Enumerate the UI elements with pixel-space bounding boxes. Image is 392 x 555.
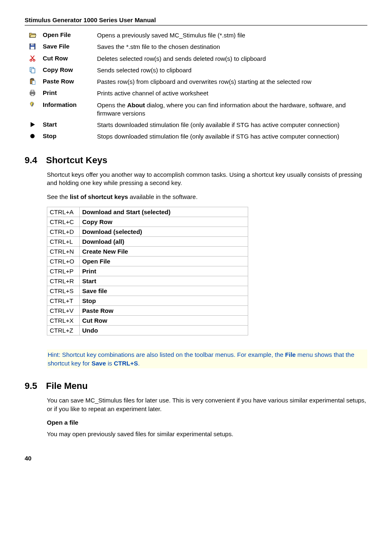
paragraph: You may open previously saved files for … [47,430,367,438]
paste-icon [27,78,38,85]
table-row: CTRL+SSave file [47,286,248,296]
toolbar-desc: Sends selected row(s) to clipboard [95,65,367,76]
table-row: CTRL+PPrint [47,266,248,276]
table-row: Save File Saves the *.stm file to the ch… [25,41,367,53]
svg-rect-1 [31,44,34,46]
shortcut-action: Paste Row [80,306,248,316]
shortcut-action: Save file [80,286,248,296]
svg-rect-14 [31,90,34,92]
svg-rect-11 [31,79,33,80]
shortcut-action: Open File [80,257,248,266]
toolbar-label: Open File [40,30,95,41]
start-icon [27,121,38,128]
paragraph: Shortcut keys offer you another way to a… [47,171,367,187]
toolbar-label: Stop [40,131,95,142]
shortcut-key: CTRL+R [47,276,80,286]
cut-icon [27,55,38,62]
sub-heading: Open a file [47,419,367,426]
toolbar-desc: Opens a previously saved MC_Stimulus fil… [95,30,367,41]
shortcut-action: Download and Start (selected) [80,207,248,217]
table-row: Information Opens the About dialog, wher… [25,99,367,120]
shortcut-key: CTRL+D [47,227,80,237]
toolbar-label: Save File [40,41,95,53]
header-rule [25,25,367,25]
shortcut-action: Download (selected) [80,227,248,237]
shortcut-key: CTRL+C [47,217,80,227]
toolbar-label: Cut Row [40,53,95,65]
save-icon [27,43,38,50]
print-icon [27,89,38,97]
copy-icon [27,66,38,74]
table-row: Open File Opens a previously saved MC_St… [25,30,367,41]
svg-rect-15 [31,94,34,96]
svg-point-16 [32,103,33,104]
paragraph: See the list of shortcut keys available … [47,193,367,201]
svg-point-18 [30,134,35,139]
section-heading-shortcut-keys: 9.4 Shortcut Keys [25,155,367,166]
shortcut-key: CTRL+S [47,286,80,296]
shortcut-key: CTRL+V [47,306,80,316]
table-row: CTRL+XCut Row [47,316,248,326]
shortcut-key: CTRL+Z [47,326,80,335]
toolbar-label: Start [40,119,95,131]
toolbar-label: Copy Row [40,65,95,76]
shortcut-action: Copy Row [80,217,248,227]
shortcut-action: Download (all) [80,237,248,247]
toolbar-description-table: Open File Opens a previously saved MC_St… [25,30,367,143]
page-number: 40 [25,455,367,462]
stop-icon [27,132,38,140]
shortcut-action: Cut Row [80,316,248,326]
shortcut-action: Start [80,276,248,286]
hint-box: Hint: Shortcut key combinations are also… [47,349,367,368]
shortcut-key: CTRL+A [47,207,80,217]
table-row: Stop Stops downloaded stimulation file (… [25,131,367,142]
toolbar-desc: Saves the *.stm file to the chosen desti… [95,41,367,53]
paragraph: You can save MC_Stimulus files for later… [47,396,367,413]
table-row: CTRL+OOpen File [47,257,248,266]
open-icon [27,31,38,39]
table-row: Copy Row Sends selected row(s) to clipbo… [25,65,367,76]
table-row: Start Starts downloaded stimulation file… [25,119,367,131]
toolbar-desc: Starts downloaded stimulation file (only… [95,119,367,131]
shortcut-key: CTRL+T [47,296,80,306]
table-row: CTRL+NCreate New File [47,247,248,257]
toolbar-label: Information [40,99,95,120]
table-row: CTRL+ZUndo [47,326,248,335]
shortcut-key: CTRL+O [47,257,80,266]
toolbar-label: Paste Row [40,76,95,88]
toolbar-desc: Pastes row(s) from clipboard and overwri… [95,76,367,88]
table-row: CTRL+DDownload (selected) [47,227,248,237]
toolbar-desc: Opens the About dialog, where you can fi… [95,99,367,120]
svg-marker-17 [31,122,35,127]
table-row: CTRL+LDownload (all) [47,237,248,247]
shortcut-action: Print [80,266,248,276]
section-heading-file-menu: 9.5 File Menu [25,381,367,391]
svg-rect-2 [31,47,35,49]
info-icon [27,101,38,109]
shortcut-key: CTRL+X [47,316,80,326]
toolbar-desc: Prints active channel of active workshee… [95,88,367,99]
svg-rect-12 [32,81,35,85]
table-row: CTRL+VPaste Row [47,306,248,316]
table-row: Cut Row Deletes selected row(s) and send… [25,53,367,65]
page-header-title: Stimulus Generator 1000 Series User Manu… [25,16,367,23]
table-row: CTRL+RStart [47,276,248,286]
shortcut-key: CTRL+N [47,247,80,257]
shortcut-action: Stop [80,296,248,306]
table-row: Print Prints active channel of active wo… [25,88,367,99]
svg-rect-3 [33,44,34,45]
svg-rect-9 [31,69,35,73]
table-row: CTRL+ADownload and Start (selected) [47,207,248,217]
shortcut-action: Undo [80,326,248,335]
table-row: Paste Row Pastes row(s) from clipboard a… [25,76,367,88]
shortcut-key: CTRL+P [47,266,80,276]
toolbar-desc: Stops downloaded stimulation file (only … [95,131,367,142]
shortcut-key: CTRL+L [47,237,80,247]
shortcut-keys-table: CTRL+ADownload and Start (selected)CTRL+… [47,207,248,335]
toolbar-desc: Deletes selected row(s) and sends delete… [95,53,367,65]
table-row: CTRL+TStop [47,296,248,306]
toolbar-label: Print [40,88,95,99]
shortcut-action: Create New File [80,247,248,257]
table-row: CTRL+CCopy Row [47,217,248,227]
